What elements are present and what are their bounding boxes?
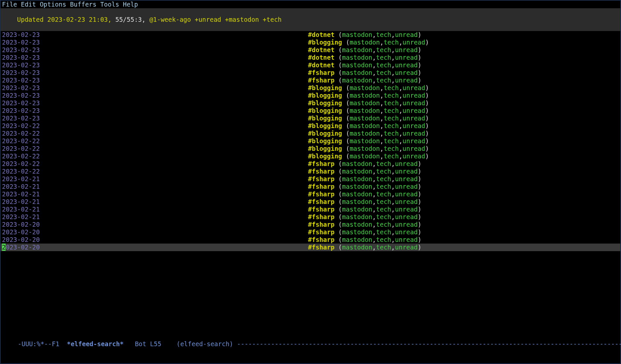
menu-bar[interactable]: File Edit Options Buffers Tools Help — [1, 1, 620, 8]
feed-entry-row[interactable]: 2023-02-23 #blogging (mastodon,tech,unre… — [1, 115, 620, 122]
feed-entry-row[interactable]: 2023-02-21 #fsharp (mastodon,tech,unread… — [1, 213, 620, 221]
feed-entry-row[interactable]: 2023-02-22 #fsharp (mastodon,tech,unread… — [1, 168, 620, 175]
tag-separator: , — [391, 228, 395, 236]
feed-entry-row[interactable]: 2023-02-22 #fsharp (mastodon,tech,unread… — [1, 160, 620, 168]
tag-separator: , — [380, 99, 384, 107]
entry-tag: mastodon — [342, 160, 373, 167]
elfeed-header-line: Updated 2023-02-23 21:03, 55/55:3, @1-we… — [1, 8, 620, 31]
feed-entry-row[interactable]: 2023-02-23 #dotnet (mastodon,tech,unread… — [1, 54, 620, 61]
tags-open-paren: ( — [346, 152, 349, 160]
entry-tag: mastodon — [342, 69, 373, 76]
entry-tag: tech — [384, 84, 399, 91]
tags-close-paren: ) — [425, 130, 429, 137]
tag-separator: , — [391, 61, 395, 69]
entry-tag: mastodon — [342, 213, 373, 220]
entry-tag: tech — [376, 236, 391, 243]
tags-open-paren: ( — [346, 107, 349, 114]
entry-date: 2023-02-21 — [2, 175, 40, 182]
feed-entry-row[interactable]: 2023-02-22 #blogging (mastodon,tech,unre… — [1, 122, 620, 130]
tags-open-paren: ( — [338, 69, 342, 76]
header-updated: Updated 2023-02-23 21:03, — [17, 16, 112, 23]
tag-separator: , — [372, 31, 376, 38]
feed-entry-row[interactable]: 2023-02-22 #blogging (mastodon,tech,unre… — [1, 130, 620, 137]
minibuffer[interactable] — [1, 355, 620, 363]
tags-open-paren: ( — [338, 190, 342, 198]
entry-feed: #dotnet — [308, 46, 335, 53]
tag-separator: , — [372, 46, 376, 53]
tags-open-paren: ( — [346, 99, 349, 107]
feed-entry-row[interactable]: 2023-02-23 #blogging (mastodon,tech,unre… — [1, 99, 620, 107]
entry-feed: #blogging — [308, 99, 342, 107]
feed-entry-row[interactable]: 2023-02-23 #dotnet (mastodon,tech,unread… — [1, 46, 620, 54]
entry-tag: unread — [403, 145, 425, 152]
feed-entry-row[interactable]: 2023-02-23 #fsharp (mastodon,tech,unread… — [1, 77, 620, 84]
feed-entry-row[interactable]: 2023-02-23 #dotnet (mastodon,tech,unread… — [1, 61, 620, 69]
tags-open-paren: ( — [338, 213, 342, 220]
entry-tag: tech — [376, 190, 391, 198]
modeline-major-mode: (elfeed-search) — [176, 340, 237, 347]
tags-close-paren: ) — [425, 99, 429, 107]
entry-tag: mastodon — [342, 228, 373, 236]
feed-entry-row[interactable]: 2023-02-21 #fsharp (mastodon,tech,unread… — [1, 206, 620, 213]
entry-feed: #fsharp — [308, 77, 335, 84]
feed-entry-row[interactable]: 2023-02-20 #fsharp (mastodon,tech,unread… — [1, 244, 620, 251]
entry-tag: unread — [403, 122, 425, 129]
feed-entry-row[interactable]: 2023-02-23 #blogging (mastodon,tech,unre… — [1, 107, 620, 115]
tags-open-paren: ( — [338, 206, 342, 213]
feed-entry-row[interactable]: 2023-02-21 #fsharp (mastodon,tech,unread… — [1, 198, 620, 206]
tags-open-paren: ( — [338, 228, 342, 236]
tags-close-paren: ) — [418, 175, 421, 182]
tags-close-paren: ) — [418, 160, 421, 167]
entry-tag: unread — [403, 130, 425, 137]
entry-tag: tech — [384, 145, 399, 152]
feed-entry-row[interactable]: 2023-02-22 #blogging (mastodon,tech,unre… — [1, 137, 620, 145]
feed-entry-row[interactable]: 2023-02-23 #blogging (mastodon,tech,unre… — [1, 39, 620, 46]
entry-tag: mastodon — [349, 99, 380, 107]
feed-entry-row[interactable]: 2023-02-21 #fsharp (mastodon,tech,unread… — [1, 190, 620, 198]
entry-feed: #fsharp — [308, 213, 335, 220]
entry-tag: mastodon — [342, 61, 373, 69]
feed-entry-row[interactable]: 2023-02-22 #blogging (mastodon,tech,unre… — [1, 145, 620, 152]
feed-entry-row[interactable]: 2023-02-23 #blogging (mastodon,tech,unre… — [1, 84, 620, 92]
entry-feed: #blogging — [308, 107, 342, 114]
tag-separator: , — [391, 221, 395, 228]
entry-tag: unread — [395, 31, 418, 38]
feed-entry-row[interactable]: 2023-02-20 #fsharp (mastodon,tech,unread… — [1, 236, 620, 244]
entry-tag: mastodon — [349, 130, 380, 137]
entry-tag: tech — [384, 122, 399, 129]
entry-tag: mastodon — [349, 152, 380, 160]
tags-close-paren: ) — [418, 183, 421, 190]
entry-tag: mastodon — [342, 198, 373, 205]
entry-date: 2023-02-22 — [2, 122, 40, 129]
tag-separator: , — [399, 107, 402, 114]
entry-tag: mastodon — [349, 84, 380, 91]
entry-tag: unread — [395, 183, 418, 190]
entry-tag: mastodon — [342, 77, 373, 84]
entry-tag: mastodon — [342, 54, 373, 61]
feed-entry-row[interactable]: 2023-02-23 #dotnet (mastodon,tech,unread… — [1, 31, 620, 39]
entry-feed: #fsharp — [308, 206, 335, 213]
entry-tag: unread — [403, 137, 425, 145]
feed-entry-row[interactable]: 2023-02-20 #fsharp (mastodon,tech,unread… — [1, 228, 620, 236]
feed-entry-row[interactable]: 2023-02-21 #fsharp (mastodon,tech,unread… — [1, 175, 620, 183]
tag-separator: , — [399, 152, 402, 160]
feed-entry-row[interactable]: 2023-02-22 #blogging (mastodon,tech,unre… — [1, 152, 620, 160]
tags-open-paren: ( — [346, 122, 349, 129]
entry-feed: #fsharp — [308, 190, 335, 198]
entry-date: 2023-02-22 — [2, 160, 40, 167]
tag-separator: , — [391, 168, 395, 175]
entry-tag: tech — [376, 160, 391, 167]
entry-date: 2023-02-22 — [2, 152, 40, 160]
feed-entry-row[interactable]: 2023-02-21 #fsharp (mastodon,tech,unread… — [1, 183, 620, 190]
feed-entry-row[interactable]: 2023-02-23 #fsharp (mastodon,tech,unread… — [1, 69, 620, 77]
feed-entry-row[interactable]: 2023-02-20 #fsharp (mastodon,tech,unread… — [1, 221, 620, 228]
feed-entry-row[interactable]: 2023-02-23 #blogging (mastodon,tech,unre… — [1, 92, 620, 99]
entry-date: 2023-02-23 — [2, 115, 40, 122]
tags-close-paren: ) — [418, 244, 421, 251]
entry-tag: unread — [403, 39, 425, 46]
entry-tag: unread — [403, 99, 425, 107]
header-counts: 55/55:3, — [115, 16, 146, 23]
entry-tag: mastodon — [342, 244, 373, 251]
elfeed-entry-list[interactable]: 2023-02-23 #dotnet (mastodon,tech,unread… — [1, 31, 620, 363]
entry-date: 2023-02-21 — [2, 183, 40, 190]
